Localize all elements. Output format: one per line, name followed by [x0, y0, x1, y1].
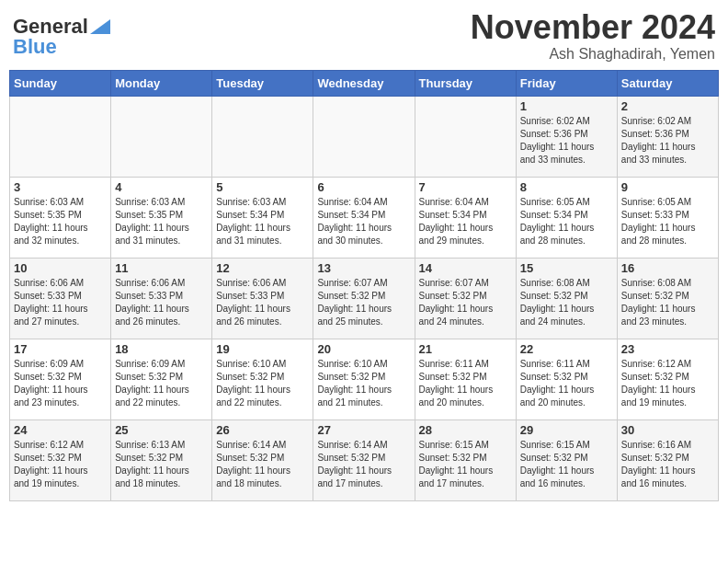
day-number: 24 — [14, 423, 107, 437]
day-number: 13 — [317, 261, 410, 275]
day-info: Sunrise: 6:08 AM Sunset: 5:32 PM Dayligh… — [621, 277, 714, 328]
calendar-week-row: 10Sunrise: 6:06 AM Sunset: 5:33 PM Dayli… — [10, 258, 719, 339]
calendar-week-row: 3Sunrise: 6:03 AM Sunset: 5:35 PM Daylig… — [10, 177, 719, 258]
calendar-day-cell: 1Sunrise: 6:02 AM Sunset: 5:36 PM Daylig… — [516, 96, 617, 177]
calendar-table: SundayMondayTuesdayWednesdayThursdayFrid… — [9, 70, 719, 501]
day-number: 17 — [14, 342, 107, 356]
day-number: 6 — [317, 180, 410, 194]
calendar-day-cell: 5Sunrise: 6:03 AM Sunset: 5:34 PM Daylig… — [212, 177, 313, 258]
calendar-day-cell: 24Sunrise: 6:12 AM Sunset: 5:32 PM Dayli… — [10, 419, 111, 500]
day-info: Sunrise: 6:02 AM Sunset: 5:36 PM Dayligh… — [520, 115, 613, 167]
calendar-day-cell: 12Sunrise: 6:06 AM Sunset: 5:33 PM Dayli… — [212, 258, 313, 339]
empty-cell — [415, 96, 516, 177]
day-number: 23 — [621, 342, 714, 356]
day-info: Sunrise: 6:12 AM Sunset: 5:32 PM Dayligh… — [621, 358, 714, 409]
calendar-day-cell: 8Sunrise: 6:05 AM Sunset: 5:34 PM Daylig… — [516, 177, 617, 258]
calendar-day-cell: 29Sunrise: 6:15 AM Sunset: 5:32 PM Dayli… — [516, 419, 617, 500]
day-number: 25 — [115, 423, 208, 437]
day-number: 29 — [520, 423, 613, 437]
day-number: 9 — [621, 180, 714, 194]
day-number: 20 — [317, 342, 410, 356]
day-info: Sunrise: 6:09 AM Sunset: 5:32 PM Dayligh… — [115, 358, 208, 409]
title-block: November 2024 Ash Shaghadirah, Yemen — [471, 9, 715, 63]
calendar-week-row: 17Sunrise: 6:09 AM Sunset: 5:32 PM Dayli… — [10, 339, 719, 419]
calendar-day-cell: 21Sunrise: 6:11 AM Sunset: 5:32 PM Dayli… — [415, 339, 516, 419]
day-info: Sunrise: 6:11 AM Sunset: 5:32 PM Dayligh… — [419, 358, 512, 409]
day-info: Sunrise: 6:06 AM Sunset: 5:33 PM Dayligh… — [115, 277, 208, 328]
day-number: 28 — [419, 423, 512, 437]
day-number: 21 — [419, 342, 512, 356]
day-number: 19 — [216, 342, 309, 356]
weekday-header-monday: Monday — [111, 70, 212, 96]
calendar-day-cell: 25Sunrise: 6:13 AM Sunset: 5:32 PM Dayli… — [111, 419, 212, 500]
day-info: Sunrise: 6:05 AM Sunset: 5:34 PM Dayligh… — [520, 196, 613, 247]
calendar-day-cell: 4Sunrise: 6:03 AM Sunset: 5:35 PM Daylig… — [111, 177, 212, 258]
calendar-day-cell: 19Sunrise: 6:10 AM Sunset: 5:32 PM Dayli… — [212, 339, 313, 419]
empty-cell — [111, 96, 212, 177]
svg-marker-0 — [90, 19, 110, 34]
day-info: Sunrise: 6:03 AM Sunset: 5:34 PM Dayligh… — [216, 196, 309, 247]
weekday-header-thursday: Thursday — [415, 70, 516, 96]
calendar-day-cell: 13Sunrise: 6:07 AM Sunset: 5:32 PM Dayli… — [313, 258, 415, 339]
day-info: Sunrise: 6:04 AM Sunset: 5:34 PM Dayligh… — [317, 196, 410, 247]
weekday-header-saturday: Saturday — [617, 70, 718, 96]
day-info: Sunrise: 6:03 AM Sunset: 5:35 PM Dayligh… — [115, 196, 208, 247]
logo-text-blue: Blue — [13, 35, 57, 59]
day-number: 16 — [621, 261, 714, 275]
day-number: 1 — [520, 99, 613, 113]
day-info: Sunrise: 6:14 AM Sunset: 5:32 PM Dayligh… — [216, 439, 309, 490]
calendar-day-cell: 26Sunrise: 6:14 AM Sunset: 5:32 PM Dayli… — [212, 419, 313, 500]
day-info: Sunrise: 6:02 AM Sunset: 5:36 PM Dayligh… — [621, 115, 714, 167]
calendar-day-cell: 9Sunrise: 6:05 AM Sunset: 5:33 PM Daylig… — [617, 177, 718, 258]
day-number: 14 — [419, 261, 512, 275]
empty-cell — [212, 96, 313, 177]
day-number: 30 — [621, 423, 714, 437]
calendar-day-cell: 3Sunrise: 6:03 AM Sunset: 5:35 PM Daylig… — [10, 177, 111, 258]
empty-cell — [313, 96, 415, 177]
calendar-day-cell: 11Sunrise: 6:06 AM Sunset: 5:33 PM Dayli… — [111, 258, 212, 339]
day-number: 12 — [216, 261, 309, 275]
day-number: 22 — [520, 342, 613, 356]
weekday-header-wednesday: Wednesday — [313, 70, 415, 96]
logo-icon — [90, 19, 110, 34]
day-info: Sunrise: 6:14 AM Sunset: 5:32 PM Dayligh… — [317, 439, 410, 490]
day-info: Sunrise: 6:16 AM Sunset: 5:32 PM Dayligh… — [621, 439, 714, 490]
day-info: Sunrise: 6:11 AM Sunset: 5:32 PM Dayligh… — [520, 358, 613, 409]
calendar-day-cell: 16Sunrise: 6:08 AM Sunset: 5:32 PM Dayli… — [617, 258, 718, 339]
weekday-header-row: SundayMondayTuesdayWednesdayThursdayFrid… — [10, 70, 719, 96]
day-info: Sunrise: 6:15 AM Sunset: 5:32 PM Dayligh… — [520, 439, 613, 490]
weekday-header-friday: Friday — [516, 70, 617, 96]
empty-cell — [10, 96, 111, 177]
calendar-day-cell: 15Sunrise: 6:08 AM Sunset: 5:32 PM Dayli… — [516, 258, 617, 339]
day-info: Sunrise: 6:07 AM Sunset: 5:32 PM Dayligh… — [317, 277, 410, 328]
page-header: General Blue November 2024 Ash Shaghadir… — [9, 9, 719, 63]
day-info: Sunrise: 6:07 AM Sunset: 5:32 PM Dayligh… — [419, 277, 512, 328]
calendar-week-row: 24Sunrise: 6:12 AM Sunset: 5:32 PM Dayli… — [10, 419, 719, 500]
day-number: 4 — [115, 180, 208, 194]
calendar-day-cell: 6Sunrise: 6:04 AM Sunset: 5:34 PM Daylig… — [313, 177, 415, 258]
calendar-day-cell: 7Sunrise: 6:04 AM Sunset: 5:34 PM Daylig… — [415, 177, 516, 258]
day-info: Sunrise: 6:09 AM Sunset: 5:32 PM Dayligh… — [14, 358, 107, 409]
day-info: Sunrise: 6:08 AM Sunset: 5:32 PM Dayligh… — [520, 277, 613, 328]
weekday-header-sunday: Sunday — [10, 70, 111, 96]
day-info: Sunrise: 6:04 AM Sunset: 5:34 PM Dayligh… — [419, 196, 512, 247]
logo: General Blue — [13, 15, 110, 59]
calendar-day-cell: 10Sunrise: 6:06 AM Sunset: 5:33 PM Dayli… — [10, 258, 111, 339]
month-title: November 2024 — [471, 9, 715, 46]
calendar-day-cell: 28Sunrise: 6:15 AM Sunset: 5:32 PM Dayli… — [415, 419, 516, 500]
day-number: 15 — [520, 261, 613, 275]
day-number: 5 — [216, 180, 309, 194]
day-info: Sunrise: 6:03 AM Sunset: 5:35 PM Dayligh… — [14, 196, 107, 247]
day-number: 7 — [419, 180, 512, 194]
weekday-header-tuesday: Tuesday — [212, 70, 313, 96]
calendar-day-cell: 23Sunrise: 6:12 AM Sunset: 5:32 PM Dayli… — [617, 339, 718, 419]
day-number: 8 — [520, 180, 613, 194]
day-info: Sunrise: 6:05 AM Sunset: 5:33 PM Dayligh… — [621, 196, 714, 247]
day-number: 3 — [14, 180, 107, 194]
location: Ash Shaghadirah, Yemen — [471, 46, 715, 63]
day-info: Sunrise: 6:06 AM Sunset: 5:33 PM Dayligh… — [14, 277, 107, 328]
calendar-day-cell: 2Sunrise: 6:02 AM Sunset: 5:36 PM Daylig… — [617, 96, 718, 177]
day-number: 2 — [621, 99, 714, 113]
calendar-day-cell: 14Sunrise: 6:07 AM Sunset: 5:32 PM Dayli… — [415, 258, 516, 339]
calendar-day-cell: 22Sunrise: 6:11 AM Sunset: 5:32 PM Dayli… — [516, 339, 617, 419]
